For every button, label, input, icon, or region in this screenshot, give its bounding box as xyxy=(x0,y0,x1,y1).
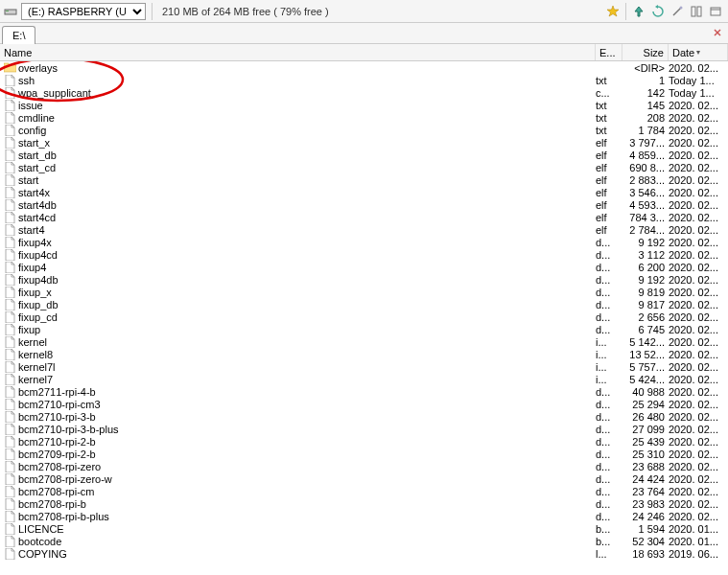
file-icon xyxy=(3,424,16,435)
file-list[interactable]: overlays<DIR>2020. 02...sshtxt1Today 1..… xyxy=(0,61,728,575)
file-row[interactable]: start_xelf3 797...2020. 02... xyxy=(0,136,728,149)
file-row[interactable]: wpa_supplicantc...142Today 1... xyxy=(0,86,728,99)
file-row[interactable]: fixup4dbd...9 1922020. 02... xyxy=(0,273,728,286)
file-name: fixup_cd xyxy=(18,311,596,323)
file-row[interactable]: start4dbelf4 593...2020. 02... xyxy=(0,198,728,211)
svg-rect-6 xyxy=(711,8,720,15)
file-size: 9 819 xyxy=(622,287,669,298)
file-row[interactable]: bcm2708-rpi-zero-wd...24 4242020. 02... xyxy=(0,472,728,485)
file-row[interactable]: configtxt1 7842020. 02... xyxy=(0,124,728,136)
up-arrow-icon[interactable] xyxy=(630,3,647,20)
file-row[interactable]: COPYINGl...18 6932019. 06... xyxy=(0,547,728,560)
file-size: 142 xyxy=(622,87,669,99)
file-name: bcm2710-rpi-cm3 xyxy=(18,399,596,410)
file-date: 2020. 02... xyxy=(669,237,728,248)
file-ext: d... xyxy=(596,237,622,248)
toolbar: (E:) RASPBERRY (U 210 MB of 264 MB free … xyxy=(0,0,728,23)
file-date: 2020. 02... xyxy=(669,386,728,398)
file-ext: elf xyxy=(596,174,622,186)
file-row[interactable]: fixup_xd...9 8192020. 02... xyxy=(0,286,728,298)
file-size: 26 480 xyxy=(622,411,669,423)
file-row[interactable]: issuetxt1452020. 02... xyxy=(0,99,728,111)
sort-indicator-icon: ▾ xyxy=(696,48,700,57)
file-name: fixup_db xyxy=(18,299,596,310)
file-icon xyxy=(3,511,16,522)
file-row[interactable]: fixupd...6 7452020. 02... xyxy=(0,323,728,335)
drive-selector[interactable]: (E:) RASPBERRY (U xyxy=(21,3,146,20)
file-name: kernel7l xyxy=(18,361,596,373)
file-row[interactable]: kernel7i...5 424...2020. 02... xyxy=(0,373,728,385)
column-header-size[interactable]: Size xyxy=(622,44,669,60)
file-row[interactable]: bcm2710-rpi-cm3d...25 2942020. 02... xyxy=(0,398,728,410)
file-date: 2020. 02... xyxy=(669,361,728,373)
file-size: 690 8... xyxy=(622,162,669,173)
wand-icon[interactable] xyxy=(669,3,686,20)
file-row[interactable]: bcm2708-rpi-b-plusd...24 2462020. 02... xyxy=(0,510,728,522)
file-row[interactable]: start_dbelf4 859...2020. 02... xyxy=(0,149,728,161)
file-icon xyxy=(3,386,16,398)
file-ext: elf xyxy=(596,212,622,223)
file-icon xyxy=(3,287,16,298)
file-row[interactable]: fixup_cdd...2 6562020. 02... xyxy=(0,310,728,323)
window-icon[interactable] xyxy=(707,3,724,20)
file-icon xyxy=(3,523,16,535)
file-row[interactable]: cmdlinetxt2082020. 02... xyxy=(0,111,728,124)
file-row[interactable]: kerneli...5 142...2020. 02... xyxy=(0,335,728,348)
file-date: 2020. 02... xyxy=(669,187,728,198)
file-name: COPYING xyxy=(18,548,596,560)
file-row[interactable]: bcm2710-rpi-3-b-plusd...27 0992020. 02..… xyxy=(0,423,728,435)
file-name: fixup4 xyxy=(18,262,596,273)
file-row[interactable]: fixup_dbd...9 8172020. 02... xyxy=(0,298,728,310)
file-row[interactable]: kernel8i...13 52...2020. 02... xyxy=(0,348,728,360)
column-header-ext[interactable]: E... xyxy=(596,44,622,60)
file-date: 2020. 01... xyxy=(669,523,728,535)
file-size: 5 424... xyxy=(622,374,669,385)
file-name: fixup4db xyxy=(18,274,596,286)
file-row[interactable]: bcm2711-rpi-4-bd...40 9882020. 02... xyxy=(0,385,728,398)
file-name: ssh xyxy=(18,75,596,86)
file-row[interactable]: bcm2710-rpi-2-bd...25 4392020. 02... xyxy=(0,435,728,448)
tab-close-icon[interactable] xyxy=(711,26,724,39)
file-row[interactable]: overlays<DIR>2020. 02... xyxy=(0,61,728,74)
file-row[interactable]: sshtxt1Today 1... xyxy=(0,74,728,86)
file-row[interactable]: start4elf2 784...2020. 02... xyxy=(0,223,728,236)
file-size: 2 784... xyxy=(622,224,669,236)
file-row[interactable]: start4cdelf784 3...2020. 02... xyxy=(0,211,728,223)
file-row[interactable]: fixup4cdd...3 1122020. 02... xyxy=(0,248,728,261)
file-ext: d... xyxy=(596,274,622,286)
file-row[interactable]: bcm2708-rpi-zerod...23 6882020. 02... xyxy=(0,460,728,472)
file-row[interactable]: bootcodeb...52 3042020. 01... xyxy=(0,535,728,547)
file-name: start4cd xyxy=(18,212,596,223)
tab-bar: E:\ xyxy=(0,23,728,44)
file-size: 24 424 xyxy=(622,473,669,485)
file-row[interactable]: kernel7li...5 757...2020. 02... xyxy=(0,360,728,373)
file-row[interactable]: bcm2710-rpi-3-bd...26 4802020. 02... xyxy=(0,410,728,423)
file-row[interactable]: startelf2 883...2020. 02... xyxy=(0,173,728,186)
file-name: config xyxy=(18,125,596,136)
file-size: 3 112 xyxy=(622,249,669,261)
file-date: 2020. 02... xyxy=(669,212,728,223)
file-name: overlays xyxy=(18,62,596,74)
file-size: 52 304 xyxy=(622,536,669,547)
file-row[interactable]: bcm2709-rpi-2-bd...25 3102020. 02... xyxy=(0,448,728,460)
tab-current-path[interactable]: E:\ xyxy=(2,26,35,44)
file-ext: d... xyxy=(596,436,622,448)
file-ext: d... xyxy=(596,448,622,460)
column-header-date[interactable]: Date▾ xyxy=(669,44,728,60)
column-header-name[interactable]: Name xyxy=(0,44,596,60)
file-row[interactable]: fixup4xd...9 1922020. 02... xyxy=(0,236,728,248)
layout-icon[interactable] xyxy=(688,3,705,20)
star-icon[interactable] xyxy=(604,3,622,20)
file-date: 2020. 02... xyxy=(669,100,728,111)
file-date: 2020. 02... xyxy=(669,112,728,124)
file-date: 2020. 02... xyxy=(669,137,728,149)
file-row[interactable]: start4xelf3 546...2020. 02... xyxy=(0,186,728,198)
file-row[interactable]: bcm2708-rpi-cmd...23 7642020. 02... xyxy=(0,485,728,497)
file-row[interactable]: bcm2708-rpi-bd...23 9832020. 02... xyxy=(0,497,728,510)
file-ext: c... xyxy=(596,87,622,99)
file-row[interactable]: LICENCEb...1 5942020. 01... xyxy=(0,522,728,535)
file-row[interactable]: fixup4d...6 2002020. 02... xyxy=(0,261,728,273)
refresh-icon[interactable] xyxy=(649,3,667,20)
file-row[interactable]: start_cdelf690 8...2020. 02... xyxy=(0,161,728,173)
file-size: 2 656 xyxy=(622,311,669,323)
